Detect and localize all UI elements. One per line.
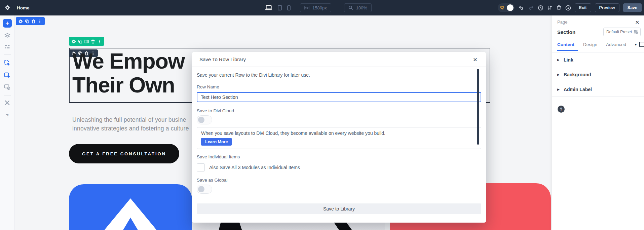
section-toolbar — [16, 17, 45, 25]
tablet-view-icon[interactable] — [278, 5, 282, 10]
preview-button[interactable]: Preview — [595, 3, 619, 12]
sort-layers-icon[interactable] — [547, 5, 553, 10]
accordion-background-label: Background — [564, 72, 591, 77]
save-button[interactable]: Save — [623, 3, 642, 12]
hero-heading[interactable]: We Empow Their Own — [72, 49, 185, 97]
phone-view-icon[interactable] — [287, 5, 291, 10]
divi-cloud-label: Save to Divi Cloud — [197, 108, 481, 113]
panel-tabs: Content Design Advanced ▾ — [557, 42, 640, 47]
zoom-icon — [348, 5, 353, 10]
wireframe-view-icon[interactable] — [4, 44, 10, 50]
toggle-knob — [198, 186, 204, 192]
zoom-value: 100% — [356, 5, 367, 10]
save-to-library-button[interactable]: Save to Library — [197, 203, 481, 214]
row-columns-icon[interactable] — [84, 39, 89, 44]
top-toolbar: Home — [0, 0, 644, 15]
zoom-control[interactable]: 100% — [344, 3, 372, 12]
display-desktop-icon[interactable] — [639, 42, 644, 47]
panel-header: Page × — [557, 18, 639, 26]
learn-more-button[interactable]: Learn More — [201, 138, 232, 146]
section-trash-icon[interactable] — [31, 19, 36, 24]
redo-icon[interactable] — [528, 5, 534, 10]
responsive-controls: 1580px 100% — [265, 0, 372, 15]
panel-help-icon[interactable]: ? — [558, 106, 565, 113]
exit-button[interactable]: Exit — [575, 3, 591, 12]
individual-items-checkbox[interactable] — [197, 163, 205, 171]
tab-advanced[interactable]: Advanced — [606, 42, 626, 47]
page-title: Home — [17, 5, 30, 10]
topbar-right-group: Exit Preview Save — [498, 0, 642, 15]
module-presets-icon[interactable] — [4, 84, 10, 90]
undo-icon[interactable] — [518, 5, 524, 10]
portability-icon[interactable] — [565, 5, 571, 11]
default-preset-label: Default Preset — [606, 30, 632, 34]
accordion-background[interactable]: ▶ Background — [552, 67, 644, 82]
panel-tabs-right: ▾ — [635, 42, 644, 47]
caret-right-icon: ▶ — [557, 58, 560, 62]
help-icon[interactable]: ? — [6, 113, 9, 118]
toggle-knob — [198, 117, 204, 123]
panel-section-title: Section — [557, 29, 575, 35]
modal-description: Save your current Row to the Divi Librar… — [197, 72, 481, 78]
accordion-admin-label[interactable]: ▶ Admin Label — [552, 82, 644, 97]
settings-panel: Page × Section Default Preset Content De… — [552, 15, 644, 230]
individual-items-label: Save Individual Items — [197, 154, 481, 159]
toggle-knob — [507, 4, 514, 11]
section-duplicate-icon[interactable] — [25, 19, 29, 24]
feature-card-blue[interactable] — [69, 184, 192, 230]
modal-body: Save your current Row to the Divi Librar… — [192, 72, 486, 214]
topbar-left-group: Home — [5, 0, 30, 15]
click-select-icon[interactable] — [4, 72, 10, 79]
hero-heading-line2: Their Own — [72, 73, 185, 97]
tab-content[interactable]: Content — [557, 42, 574, 47]
row-name-label: Row Name — [197, 84, 481, 89]
settings-gear-icon[interactable] — [5, 5, 10, 10]
tab-design[interactable]: Design — [583, 42, 597, 47]
default-preset-button[interactable]: Default Preset — [603, 28, 641, 36]
caret-down-icon[interactable]: ▾ — [635, 43, 637, 46]
hero-cta-button[interactable]: GET A FREE CONSULTATION — [69, 144, 179, 163]
panel-accordions: ▶ Link ▶ Background ▶ Admin Label — [552, 52, 644, 97]
divi-cloud-info-text: When you save layouts to Divi Cloud, the… — [201, 130, 477, 136]
row-name-input[interactable] — [197, 92, 481, 102]
caret-right-icon: ▶ — [557, 88, 560, 91]
row-trash-icon[interactable] — [91, 39, 95, 44]
row-settings-icon[interactable] — [72, 39, 76, 44]
hero-paragraph-line1: Unleashing the full potential of your bu… — [72, 115, 189, 124]
history-icon[interactable] — [538, 5, 543, 11]
viewport-width-control[interactable]: 1580px — [300, 3, 331, 12]
save-as-global-toggle[interactable] — [197, 185, 212, 194]
viewport-width-icon — [304, 6, 309, 10]
layers-icon[interactable] — [4, 33, 10, 38]
trash-icon[interactable] — [556, 5, 562, 10]
save-as-global-label: Save as Global — [197, 178, 481, 183]
divi-cloud-toggle[interactable] — [197, 115, 212, 124]
divi-cloud-infobox: When you save layouts to Divi Cloud, the… — [197, 127, 481, 149]
active-tab-underline — [557, 50, 578, 51]
desktop-view-icon[interactable] — [265, 5, 272, 10]
row-more-icon[interactable] — [97, 39, 102, 44]
section-more-icon[interactable] — [38, 19, 42, 24]
viewport-width-value: 1580px — [312, 5, 327, 10]
panel-section-row: Section Default Preset — [557, 27, 641, 37]
modal-close-icon[interactable]: × — [473, 56, 477, 63]
individual-items-checkbox-label: Also Save All 3 Modules as Individual It… — [209, 165, 300, 170]
sidebar-divider — [4, 54, 11, 55]
modal-scrollbar[interactable] — [477, 69, 479, 145]
hero-paragraph[interactable]: Unleashing the full potential of your bu… — [72, 115, 189, 133]
modal-title: Save To Row Library — [199, 56, 246, 62]
accordion-link[interactable]: ▶ Link — [552, 52, 644, 67]
builder-mode-toggle[interactable] — [498, 3, 515, 12]
row-duplicate-icon[interactable] — [78, 39, 82, 44]
section-settings-icon[interactable] — [18, 19, 23, 24]
panel-breadcrumb: Page — [557, 20, 567, 25]
save-to-row-library-modal: Save To Row Library × Save your current … — [192, 52, 486, 223]
panel-close-icon[interactable]: × — [635, 18, 639, 26]
accordion-link-label: Link — [564, 57, 573, 63]
add-module-button[interactable]: + — [3, 19, 12, 28]
row-toolbar — [69, 37, 104, 46]
hover-select-icon[interactable] — [4, 60, 10, 66]
tools-icon[interactable] — [4, 100, 10, 106]
hero-heading-line1: We Empow — [72, 49, 185, 73]
toggle-gear-icon — [500, 5, 504, 10]
